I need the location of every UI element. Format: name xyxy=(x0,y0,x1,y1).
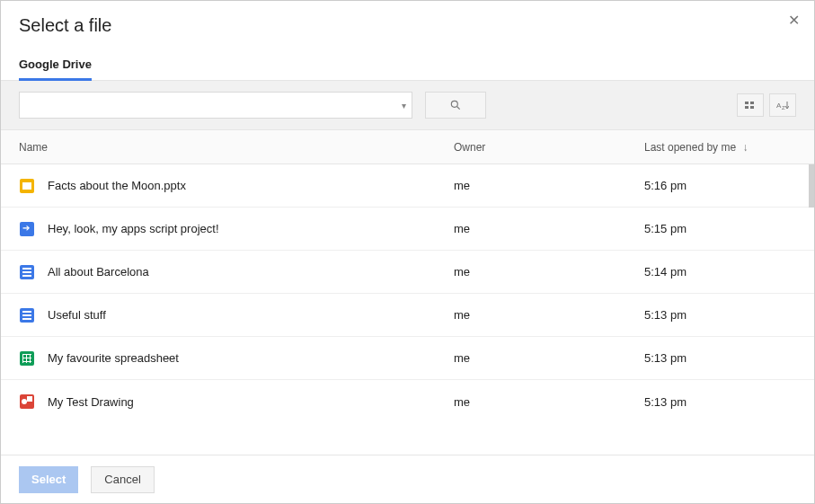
docs-icon xyxy=(19,264,35,280)
file-date: 5:13 pm xyxy=(644,395,796,409)
file-name: Facts about the Moon.pptx xyxy=(48,179,186,192)
table-row[interactable]: My favourite spreadsheet me 5:13 pm xyxy=(1,337,814,380)
column-header-last-opened[interactable]: Last opened by me ↓ xyxy=(644,141,796,154)
toolbar: ▾ AZ xyxy=(1,81,814,130)
cancel-button[interactable]: Cancel xyxy=(91,466,154,493)
search-icon xyxy=(449,99,462,111)
table-row[interactable]: Hey, look, my apps script project! me 5:… xyxy=(1,208,814,251)
file-date: 5:14 pm xyxy=(644,265,796,279)
file-owner: me xyxy=(454,308,644,322)
file-owner: me xyxy=(454,351,644,365)
file-date: 5:16 pm xyxy=(644,179,796,192)
tab-google-drive[interactable]: Google Drive xyxy=(19,49,92,80)
grid-icon xyxy=(745,100,756,111)
close-button[interactable]: ✕ xyxy=(788,13,800,28)
svg-point-0 xyxy=(451,101,457,107)
svg-rect-4 xyxy=(745,106,749,109)
file-owner: me xyxy=(454,265,644,279)
file-name: Hey, look, my apps script project! xyxy=(48,222,219,235)
file-owner: me xyxy=(454,395,644,409)
file-date: 5:13 pm xyxy=(644,351,796,365)
table-row[interactable]: Facts about the Moon.pptx me 5:16 pm xyxy=(1,164,814,208)
column-header-row: Name Owner Last opened by me ↓ xyxy=(1,130,814,164)
slides-icon xyxy=(19,178,35,194)
column-header-name[interactable]: Name xyxy=(19,141,454,154)
sheets-icon xyxy=(19,350,35,367)
search-options-caret[interactable]: ▾ xyxy=(395,101,412,111)
scrollbar-thumb[interactable] xyxy=(809,164,814,208)
search-button[interactable] xyxy=(425,92,486,119)
svg-rect-3 xyxy=(750,102,754,104)
drawings-icon xyxy=(19,393,35,410)
table-row[interactable]: My Test Drawing me 5:13 pm xyxy=(1,380,814,423)
search-input[interactable] xyxy=(20,93,395,118)
file-date: 5:15 pm xyxy=(644,222,796,235)
sort-button[interactable]: AZ xyxy=(769,93,796,117)
sort-descending-icon: ↓ xyxy=(742,141,748,154)
select-button[interactable]: Select xyxy=(19,466,78,493)
dialog-header: Select a file ✕ xyxy=(1,1,814,36)
column-header-owner[interactable]: Owner xyxy=(454,141,644,154)
grid-view-button[interactable] xyxy=(737,93,764,117)
svg-text:Z: Z xyxy=(782,105,785,111)
svg-rect-2 xyxy=(745,102,749,104)
file-date: 5:13 pm xyxy=(644,308,796,322)
table-row[interactable]: All about Barcelona me 5:14 pm xyxy=(1,251,814,294)
caret-down-icon: ▾ xyxy=(402,101,406,111)
file-name: Useful stuff xyxy=(48,308,106,322)
docs-icon xyxy=(19,307,35,323)
file-list[interactable]: Facts about the Moon.pptx me 5:16 pm Hey… xyxy=(1,164,814,455)
file-owner: me xyxy=(454,179,644,192)
file-picker-dialog: Select a file ✕ Google Drive ▾ AZ Name xyxy=(0,0,815,504)
close-icon: ✕ xyxy=(788,13,800,28)
column-header-date-label: Last opened by me xyxy=(644,141,736,154)
svg-rect-5 xyxy=(750,106,754,109)
file-owner: me xyxy=(454,222,644,235)
search-box[interactable]: ▾ xyxy=(19,92,412,119)
dialog-footer: Select Cancel xyxy=(1,455,814,503)
dialog-title: Select a file xyxy=(19,15,796,36)
file-name: All about Barcelona xyxy=(48,265,149,279)
table-row[interactable]: Useful stuff me 5:13 pm xyxy=(1,294,814,337)
svg-line-1 xyxy=(457,107,460,110)
sort-az-icon: AZ xyxy=(776,100,789,111)
file-name: My favourite spreadsheet xyxy=(48,351,179,365)
tab-bar: Google Drive xyxy=(1,49,814,81)
file-name: My Test Drawing xyxy=(48,395,134,409)
apps-script-icon xyxy=(19,221,35,237)
view-controls: AZ xyxy=(737,93,796,117)
